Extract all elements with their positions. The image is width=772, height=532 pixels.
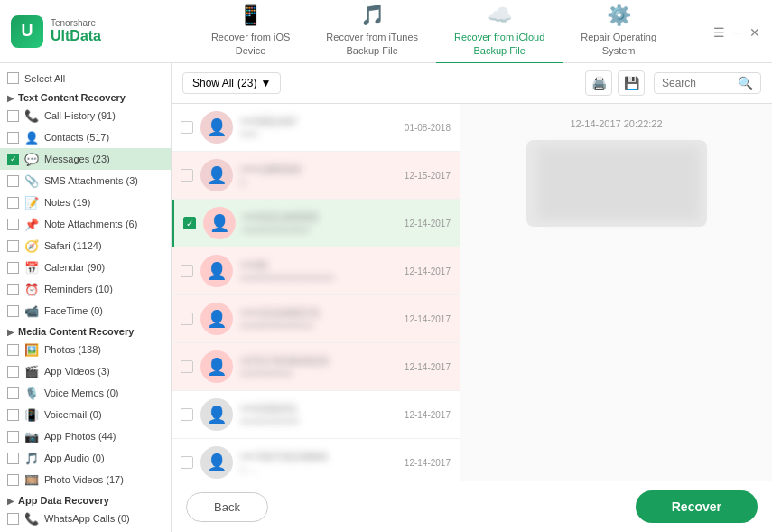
voicemail-checkbox[interactable] xyxy=(7,409,19,421)
product-name: UltData xyxy=(51,28,101,44)
contacts-label: Contacts (517) xyxy=(44,132,163,143)
sidebar-item-app-videos[interactable]: 🎬 App Videos (3) xyxy=(0,360,171,382)
msg-name: ••••0321400555 xyxy=(243,211,397,224)
sidebar-item-whatsapp-calls[interactable]: 📞 WhatsApp Calls (0) xyxy=(0,508,171,529)
media-section-label: Media Content Recovery xyxy=(18,326,134,337)
sidebar-item-app-photos[interactable]: 📷 App Photos (44) xyxy=(0,425,171,447)
table-row[interactable]: 👤 ••••760729159894 •, ... 12-14-2017 xyxy=(172,439,460,481)
tab-itunes[interactable]: 🎵 Recover from iTunesBackup File xyxy=(308,0,436,64)
msg-preview: s xyxy=(240,176,397,187)
row-checkbox[interactable] xyxy=(181,313,193,325)
sidebar-item-photos[interactable]: 🖼️ Photos (138) xyxy=(0,339,171,360)
tab-icloud[interactable]: ☁️ Recover from iCloudBackup File xyxy=(436,0,563,64)
window-controls: ☰ ─ ✕ xyxy=(712,25,761,38)
sidebar-item-sms-attachments[interactable]: 📎 SMS Attachments (3) xyxy=(0,170,171,191)
row-checkbox[interactable] xyxy=(181,265,193,277)
tab-ios[interactable]: 📱 Recover from iOSDevice xyxy=(193,0,308,64)
avatar: 👤 xyxy=(200,350,233,383)
ios-icon: 📱 xyxy=(238,4,263,27)
sidebar: Select All ▶ Text Content Recovery 📞 Cal… xyxy=(0,63,172,532)
note-attachments-label: Note Attachments (6) xyxy=(44,219,163,229)
msg-content: •••••1985500 s xyxy=(240,163,397,187)
app-photos-label: App Photos (44) xyxy=(44,431,163,442)
logo-text: Tenorshare UltData xyxy=(51,18,101,44)
calendar-checkbox[interactable] xyxy=(7,262,19,274)
app-audio-checkbox[interactable] xyxy=(7,453,19,464)
row-checkbox[interactable] xyxy=(181,360,193,373)
sidebar-item-voicemail[interactable]: 📳 Voicemail (0) xyxy=(0,404,171,425)
sidebar-item-notes[interactable]: 📝 Notes (19) xyxy=(0,191,171,213)
voicemail-icon: 📳 xyxy=(24,407,39,422)
print-button[interactable]: 🖨️ xyxy=(585,70,612,96)
safari-checkbox[interactable] xyxy=(7,240,19,252)
table-row[interactable]: ✓ 👤 ••••0321400555 ••••••••••••••••••• 1… xyxy=(172,200,460,247)
sidebar-item-photo-videos[interactable]: 🎞️ Photo Videos (17) xyxy=(0,469,171,490)
sidebar-item-note-attachments[interactable]: 📌 Note Attachments (6) xyxy=(0,213,171,235)
sidebar-item-contacts[interactable]: 👤 Contacts (517) xyxy=(0,126,171,148)
msg-content: ••••0321400555 ••••••••••••••••••• xyxy=(243,211,397,235)
voice-memos-checkbox[interactable] xyxy=(7,387,19,399)
sidebar-item-facetime[interactable]: 📹 FaceTime (0) xyxy=(0,300,171,322)
photo-videos-checkbox[interactable] xyxy=(7,474,19,486)
app-photos-checkbox[interactable] xyxy=(7,431,19,443)
row-checkbox[interactable] xyxy=(181,408,193,421)
tab-repair[interactable]: ⚙️ Repair OperatingSystem xyxy=(563,0,674,64)
app-videos-checkbox[interactable] xyxy=(7,366,19,378)
show-all-chevron: ▼ xyxy=(260,77,271,89)
table-row[interactable]: 👤 ••••5952497 ••••• 01-08-2018 xyxy=(172,104,460,152)
recover-button[interactable]: Recover xyxy=(636,490,758,523)
close-button[interactable]: ✕ xyxy=(749,25,761,38)
search-input[interactable] xyxy=(662,77,734,89)
photos-checkbox[interactable] xyxy=(7,344,19,356)
sidebar-select-all[interactable]: Select All xyxy=(0,69,171,88)
table-row[interactable]: 👤 ••••0309251 ••••••••••••••••• 12-14-20… xyxy=(172,391,460,439)
app-audio-label: App Audio (0) xyxy=(44,453,163,463)
sidebar-item-calendar[interactable]: 📅 Calendar (90) xyxy=(0,257,171,278)
main-layout: Select All ▶ Text Content Recovery 📞 Cal… xyxy=(0,63,772,532)
contacts-checkbox[interactable] xyxy=(7,132,19,144)
appdata-section-label: App Data Recovery xyxy=(18,495,109,506)
table-row[interactable]: 👤 ••••99 ••••••••••••••••••••••••••• 12-… xyxy=(172,247,460,295)
msg-name: •••••1985500 xyxy=(240,163,397,176)
msg-date: 12-14-2017 xyxy=(405,458,451,468)
avatar: 👤 xyxy=(200,111,233,144)
table-row[interactable]: 👤 •47017003600029 ••••••••••••••• 12-14-… xyxy=(172,343,460,391)
select-all-label: Select All xyxy=(24,73,163,84)
table-row[interactable]: 👤 •••••3316985576 ••••••••••••••••••••• … xyxy=(172,295,460,343)
logo-area: U Tenorshare UltData xyxy=(11,15,155,48)
row-checkbox[interactable] xyxy=(181,456,193,469)
msg-content: ••••99 ••••••••••••••••••••••••••• xyxy=(240,259,397,283)
repair-icon: ⚙️ xyxy=(607,4,631,27)
table-row[interactable]: 👤 •••••1985500 s 12-15-2017 xyxy=(172,152,460,200)
reminders-checkbox[interactable] xyxy=(7,284,19,295)
preview-bubble xyxy=(526,140,707,227)
sidebar-item-messages[interactable]: ✓ 💬 Messages (23) xyxy=(0,148,171,170)
avatar: 👤 xyxy=(200,446,233,479)
voicemail-label: Voicemail (0) xyxy=(44,409,163,420)
row-checkbox[interactable]: ✓ xyxy=(183,217,196,229)
note-attachments-checkbox[interactable] xyxy=(7,219,19,230)
show-all-count: (23) xyxy=(237,77,256,89)
sms-attachments-checkbox[interactable] xyxy=(7,175,19,187)
search-icon: 🔍 xyxy=(738,76,753,90)
call-history-checkbox[interactable] xyxy=(7,110,19,122)
notes-checkbox[interactable] xyxy=(7,197,19,209)
show-all-button[interactable]: Show All (23) ▼ xyxy=(182,72,281,94)
sidebar-item-voice-memos[interactable]: 🎙️ Voice Memos (0) xyxy=(0,382,171,404)
facetime-checkbox[interactable] xyxy=(7,305,19,317)
select-all-checkbox[interactable] xyxy=(7,72,19,84)
safari-icon: 🧭 xyxy=(24,238,39,253)
sidebar-item-reminders[interactable]: ⏰ Reminders (10) xyxy=(0,278,171,300)
messages-checkbox[interactable]: ✓ xyxy=(7,154,19,165)
menu-button[interactable]: ☰ xyxy=(712,25,725,38)
sidebar-item-call-history[interactable]: 📞 Call History (91) xyxy=(0,105,171,126)
messages-label: Messages (23) xyxy=(44,154,163,164)
back-button[interactable]: Back xyxy=(186,492,268,522)
sidebar-item-app-audio[interactable]: 🎵 App Audio (0) xyxy=(0,447,171,469)
minimize-button[interactable]: ─ xyxy=(730,25,743,38)
sidebar-item-safari[interactable]: 🧭 Safari (1124) xyxy=(0,235,171,257)
whatsapp-calls-checkbox[interactable] xyxy=(7,513,19,525)
row-checkbox[interactable] xyxy=(181,169,193,182)
row-checkbox[interactable] xyxy=(181,121,193,134)
export-button[interactable]: 💾 xyxy=(618,70,645,96)
